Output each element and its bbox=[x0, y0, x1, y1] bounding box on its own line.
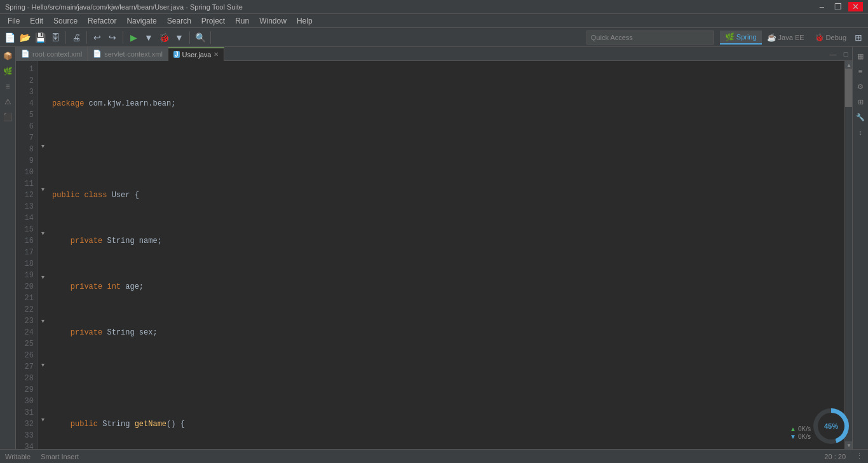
menu-edit[interactable]: Edit bbox=[25, 15, 48, 27]
right-icon-4[interactable]: ⊞ bbox=[854, 95, 867, 108]
fold-4 bbox=[38, 97, 47, 107]
fold-21 bbox=[38, 282, 47, 293]
vertical-scrollbar[interactable]: ▲ ▼ bbox=[844, 61, 852, 449]
status-more-button[interactable]: ⋮ bbox=[856, 452, 863, 460]
menu-refactor[interactable]: Refactor bbox=[83, 15, 121, 27]
fold-8[interactable]: ▾ bbox=[38, 140, 47, 151]
debug-dropdown[interactable]: ▼ bbox=[172, 31, 186, 45]
run-button[interactable]: ▶ bbox=[126, 31, 140, 45]
fold-6 bbox=[38, 118, 47, 129]
sidebar-icon-1[interactable]: 📦 bbox=[1, 50, 14, 62]
menu-file[interactable]: File bbox=[3, 15, 25, 27]
line-num-14: 14 bbox=[16, 212, 37, 224]
perspective-debug[interactable]: 🐞 Debug bbox=[810, 31, 851, 45]
spring-label: Spring bbox=[736, 33, 757, 41]
tab-icon-root: 📄 bbox=[21, 50, 30, 58]
open-button[interactable]: 📂 bbox=[18, 31, 32, 45]
fold-33[interactable]: ▾ bbox=[38, 414, 47, 425]
fold-5 bbox=[38, 107, 47, 118]
debug-button[interactable]: 🐞 bbox=[157, 31, 171, 45]
right-icon-1[interactable]: ▦ bbox=[854, 50, 867, 62]
menu-help[interactable]: Help bbox=[292, 15, 318, 27]
sidebar-icon-5[interactable]: ⬛ bbox=[1, 111, 14, 123]
code-line-4: private String name; bbox=[52, 235, 839, 247]
search-button[interactable]: 🔍 bbox=[193, 31, 207, 45]
line-num-34: 34 bbox=[16, 441, 37, 449]
fold-28[interactable]: ▾ bbox=[38, 359, 47, 370]
editor-area: 📄 root-context.xml 📄 servlet-context.xml… bbox=[16, 47, 852, 449]
tab-user-java[interactable]: J User.java ✕ bbox=[168, 47, 224, 61]
new-button[interactable]: 📄 bbox=[3, 31, 17, 45]
tab-root-context[interactable]: 📄 root-context.xml bbox=[16, 47, 88, 61]
fold-23 bbox=[38, 304, 47, 315]
perspective-open-button[interactable]: ⊞ bbox=[851, 31, 865, 45]
minimize-button[interactable]: – bbox=[816, 2, 828, 11]
right-icon-3[interactable]: ⚙ bbox=[854, 80, 867, 93]
fold-10 bbox=[38, 162, 47, 173]
quick-access-input[interactable]: Quick Access bbox=[587, 31, 714, 45]
line-num-33: 33 bbox=[16, 430, 37, 441]
menu-search[interactable]: Search bbox=[162, 15, 196, 27]
fold-29 bbox=[38, 370, 47, 381]
right-icon-2[interactable]: ≡ bbox=[854, 65, 867, 78]
fold-14 bbox=[38, 206, 47, 217]
tab-minimize-button[interactable]: — bbox=[827, 47, 839, 61]
fold-column: ▾ ▾ ▾ ▾ ▾ ▾ bbox=[38, 61, 47, 449]
right-icon-5[interactable]: 🔧 bbox=[854, 111, 867, 123]
close-button[interactable]: ✕ bbox=[848, 2, 863, 11]
menu-source[interactable]: Source bbox=[48, 15, 83, 27]
fold-35 bbox=[38, 436, 47, 446]
fold-24[interactable]: ▾ bbox=[38, 315, 47, 326]
redo-button[interactable]: ↪ bbox=[105, 31, 119, 45]
download-stat: ▼ 0K/s bbox=[790, 433, 811, 440]
menu-project[interactable]: Project bbox=[196, 15, 230, 27]
code-line-5: private int age; bbox=[52, 281, 839, 293]
line-num-26: 26 bbox=[16, 350, 37, 361]
right-icon-6[interactable]: ↕ bbox=[854, 126, 867, 139]
scroll-up-button[interactable]: ▲ bbox=[845, 61, 852, 69]
perspective-spring[interactable]: 🌿 Spring bbox=[720, 31, 762, 45]
scroll-track bbox=[845, 69, 852, 441]
tab-maximize-button[interactable]: □ bbox=[839, 47, 852, 61]
fold-12[interactable]: ▾ bbox=[38, 184, 47, 195]
line-num-18: 18 bbox=[16, 258, 37, 270]
line-num-3: 3 bbox=[16, 86, 37, 98]
network-indicator[interactable]: 45% bbox=[813, 408, 849, 444]
perspective-javaee[interactable]: ☕ Java EE bbox=[762, 31, 810, 45]
window-title: Spring - Hello/src/main/java/com/kjw/lea… bbox=[5, 3, 243, 11]
tab-label-servlet: servlet-context.xml bbox=[104, 50, 163, 58]
line-num-6: 6 bbox=[16, 121, 37, 132]
menu-navigate[interactable]: Navigate bbox=[121, 15, 161, 27]
line-num-15: 15 bbox=[16, 224, 37, 235]
tab-close-user[interactable]: ✕ bbox=[214, 51, 219, 58]
title-controls: – ❐ ✕ bbox=[816, 2, 863, 11]
line-num-31: 31 bbox=[16, 407, 37, 418]
fold-1 bbox=[38, 64, 47, 74]
menu-window[interactable]: Window bbox=[254, 15, 292, 27]
fold-32 bbox=[38, 403, 47, 413]
sidebar-icon-4[interactable]: ⚠ bbox=[1, 95, 14, 108]
status-right: 20 : 20 ⋮ bbox=[824, 452, 863, 460]
run-dropdown[interactable]: ▼ bbox=[142, 31, 156, 45]
undo-button[interactable]: ↩ bbox=[90, 31, 104, 45]
sidebar-icon-2[interactable]: 🌿 bbox=[1, 65, 14, 78]
scroll-down-button[interactable]: ▼ bbox=[845, 441, 852, 449]
code-line-7 bbox=[52, 373, 839, 384]
restore-button[interactable]: ❐ bbox=[831, 2, 846, 11]
fold-16[interactable]: ▾ bbox=[38, 228, 47, 238]
sidebar-icon-3[interactable]: ≡ bbox=[1, 80, 14, 93]
javaee-icon: ☕ bbox=[767, 33, 776, 42]
line-num-5: 5 bbox=[16, 109, 37, 121]
fold-20[interactable]: ▾ bbox=[38, 272, 47, 282]
fold-15 bbox=[38, 217, 47, 228]
quick-access-label: Quick Access bbox=[591, 34, 633, 41]
tab-servlet-context[interactable]: 📄 servlet-context.xml bbox=[88, 47, 168, 61]
save-all-button[interactable]: 🗄 bbox=[48, 31, 62, 45]
print-button[interactable]: 🖨 bbox=[69, 31, 83, 45]
save-button[interactable]: 💾 bbox=[33, 31, 47, 45]
scroll-thumb[interactable] bbox=[845, 69, 852, 107]
kw-class: class bbox=[84, 190, 107, 201]
line-num-1: 1 bbox=[16, 64, 37, 75]
code-content[interactable]: package com.kjw.learn.bean; public class… bbox=[47, 61, 844, 449]
menu-run[interactable]: Run bbox=[230, 15, 254, 27]
